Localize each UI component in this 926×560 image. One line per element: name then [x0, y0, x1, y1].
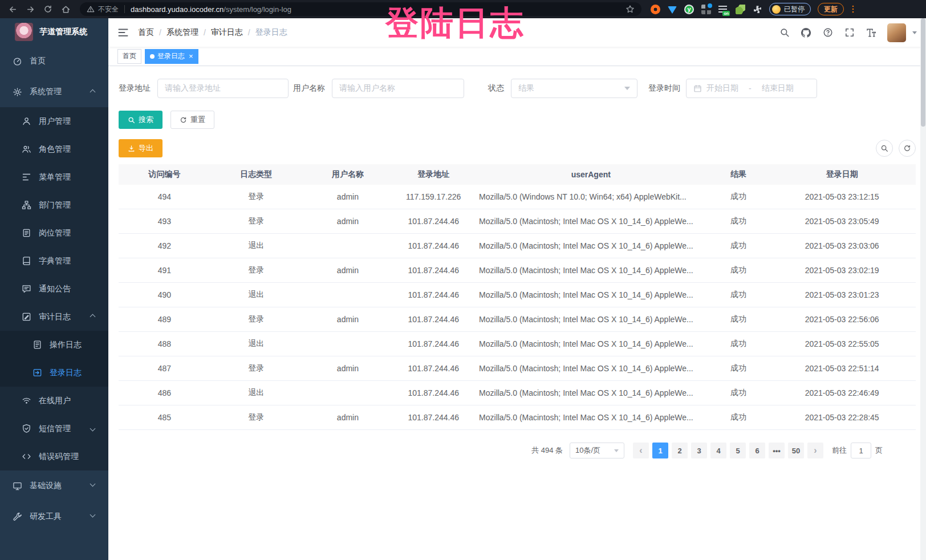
sidebar-item-online-users[interactable]: 在线用户 [0, 387, 108, 415]
end-date-placeholder: 结束日期 [762, 83, 794, 94]
breadcrumb-item[interactable]: 审计日志 [211, 27, 243, 38]
extension-gem-icon[interactable] [668, 6, 677, 14]
sidebar-item-label: 审计日志 [39, 312, 71, 322]
address-bar[interactable]: 不安全 dashboard.yudao.iocoder.cn/system/lo… [80, 2, 641, 16]
page-button-1[interactable]: 1 [652, 443, 668, 458]
sidebar-item-system-management[interactable]: 系统管理 [0, 76, 108, 107]
extension-leaf-icon[interactable] [736, 5, 745, 14]
browser-forward-icon[interactable] [25, 3, 36, 15]
sidebar-item-menu-management[interactable]: 菜单管理 [0, 163, 108, 191]
status-select[interactable]: 结果 [511, 79, 637, 98]
table-row[interactable]: 489登录admin101.87.244.46Mozilla/5.0 (Maci… [119, 307, 916, 332]
sidebar-item-post-management[interactable]: 岗位管理 [0, 219, 108, 247]
sidebar-item-label: 错误码管理 [39, 452, 79, 462]
table-cell: 494 [119, 192, 210, 201]
table-cell: 成功 [709, 412, 769, 423]
page-button-2[interactable]: 2 [672, 443, 688, 458]
table-row[interactable]: 492退出101.87.244.46Mozilla/5.0 (Macintosh… [119, 234, 916, 258]
date-range-separator: - [749, 84, 752, 93]
table-cell: 486 [119, 388, 210, 397]
table-row[interactable]: 490退出101.87.244.46Mozilla/5.0 (Macintosh… [119, 283, 916, 307]
table-cell: admin [302, 315, 394, 324]
login-address-label: 登录地址 [119, 83, 151, 94]
prev-page-button[interactable]: ‹ [633, 443, 649, 458]
table-cell: Mozilla/5.0 (Macintosh; Intel Mac OS X 1… [473, 315, 708, 324]
sidebar-item-label: 研发工具 [30, 512, 62, 522]
avatar-caret-down-icon[interactable] [912, 31, 917, 34]
table-row[interactable]: 493登录admin101.87.244.46Mozilla/5.0 (Maci… [119, 209, 916, 234]
close-icon[interactable]: × [189, 52, 193, 60]
page-button-50[interactable]: 50 [788, 443, 804, 458]
login-address-input[interactable]: 请输入登录地址 [157, 79, 289, 98]
browser-menu-kebab-icon[interactable] [848, 5, 858, 14]
tag-item[interactable]: 首页 [117, 49, 141, 64]
browser-reload-icon[interactable] [42, 3, 54, 15]
table-toolbar: 导出 [119, 139, 916, 157]
extension-orange-icon[interactable] [651, 5, 660, 14]
sidebar-item-operation-log[interactable]: 操作日志 [0, 331, 108, 359]
sidebar-item-infrastructure[interactable]: 基础设施 [0, 470, 108, 501]
breadcrumb-item[interactable]: 系统管理 [166, 27, 198, 38]
export-button[interactable]: 导出 [119, 139, 163, 157]
extension-tabs-icon[interactable]: on [718, 5, 728, 14]
browser-back-icon[interactable] [7, 3, 18, 15]
breadcrumb-item[interactable]: 首页 [138, 27, 154, 38]
table-row[interactable]: 491登录admin101.87.244.46Mozilla/5.0 (Maci… [119, 258, 916, 283]
login-time-range-picker[interactable]: 开始日期 - 结束日期 [686, 79, 817, 98]
app-logo[interactable]: 芋道管理系统 [0, 18, 108, 46]
help-icon[interactable] [822, 27, 833, 38]
username-input[interactable]: 请输入用户名称 [332, 79, 464, 98]
font-size-icon[interactable] [866, 27, 876, 38]
profile-paused-badge[interactable]: 已暂停 [769, 3, 811, 15]
sidebar-item-dict-management[interactable]: 字典管理 [0, 247, 108, 275]
sidebar-item-role-management[interactable]: 角色管理 [0, 135, 108, 163]
column-header: userAgent [473, 170, 708, 179]
sidebar-item-label: 部门管理 [39, 200, 71, 210]
extension-grid-icon[interactable] [701, 5, 711, 14]
table-cell: Mozilla/5.0 (Windows NT 10.0; Win64; x64… [473, 192, 708, 201]
table-row[interactable]: 488退出101.87.244.46Mozilla/5.0 (Macintosh… [119, 332, 916, 356]
page-button-3[interactable]: 3 [691, 443, 707, 458]
column-header: 登录日期 [768, 169, 916, 180]
sidebar-item-home[interactable]: 首页 [0, 46, 108, 76]
sidebar-toggle-icon[interactable] [117, 27, 129, 38]
sidebar-item-audit-log[interactable]: 审计日志 [0, 303, 108, 331]
tag-active[interactable]: 登录日志× [145, 49, 198, 64]
user-avatar[interactable] [887, 23, 906, 42]
sidebar-item-error-code-management[interactable]: 错误码管理 [0, 443, 108, 470]
sidebar-item-dept-management[interactable]: 部门管理 [0, 191, 108, 219]
sidebar-item-login-log[interactable]: 登录日志 [0, 359, 108, 387]
sidebar-item-user-management[interactable]: 用户管理 [0, 107, 108, 135]
page-button-4[interactable]: 4 [710, 443, 726, 458]
sidebar-item-label: 字典管理 [39, 256, 71, 266]
goto-page-input[interactable]: 1 [851, 443, 871, 458]
scrollbar-thumb[interactable] [921, 18, 925, 127]
table-row[interactable]: 494登录admin117.159.17.226Mozilla/5.0 (Win… [119, 185, 916, 209]
sidebar-item-notice[interactable]: 通知公告 [0, 275, 108, 303]
reset-button[interactable]: 重置 [170, 111, 214, 129]
scrollbar[interactable] [920, 18, 926, 560]
page-size-select[interactable]: 10条/页 [570, 443, 624, 458]
bookmark-star-icon[interactable] [626, 5, 635, 14]
extension-green-icon[interactable]: y [684, 5, 694, 14]
next-page-button[interactable]: › [807, 443, 823, 458]
table-row[interactable]: 485登录admin101.87.244.46Mozilla/5.0 (Maci… [119, 405, 916, 430]
extensions-puzzle-icon[interactable] [753, 5, 762, 14]
refresh-table-button[interactable] [899, 140, 916, 157]
github-icon[interactable] [801, 27, 811, 38]
browser-update-button[interactable]: 更新 [818, 3, 844, 15]
more-pages-button[interactable]: ••• [769, 443, 785, 458]
toggle-search-button[interactable] [876, 140, 893, 157]
page-button-6[interactable]: 6 [749, 443, 765, 458]
sidebar-item-dev-tools[interactable]: 研发工具 [0, 501, 108, 532]
browser-home-icon[interactable] [60, 3, 71, 15]
sidebar-item-sms-management[interactable]: 短信管理 [0, 415, 108, 443]
search-button[interactable]: 搜索 [119, 111, 163, 129]
fullscreen-icon[interactable] [844, 27, 855, 38]
header-search-icon[interactable] [779, 27, 790, 38]
table-row[interactable]: 486退出101.87.244.46Mozilla/5.0 (Macintosh… [119, 381, 916, 405]
watermark-text: 登陆日志 [385, 1, 525, 46]
table-row[interactable]: 487登录admin101.87.244.46Mozilla/5.0 (Maci… [119, 356, 916, 381]
table-cell: 491 [119, 266, 210, 275]
page-button-5[interactable]: 5 [730, 443, 746, 458]
